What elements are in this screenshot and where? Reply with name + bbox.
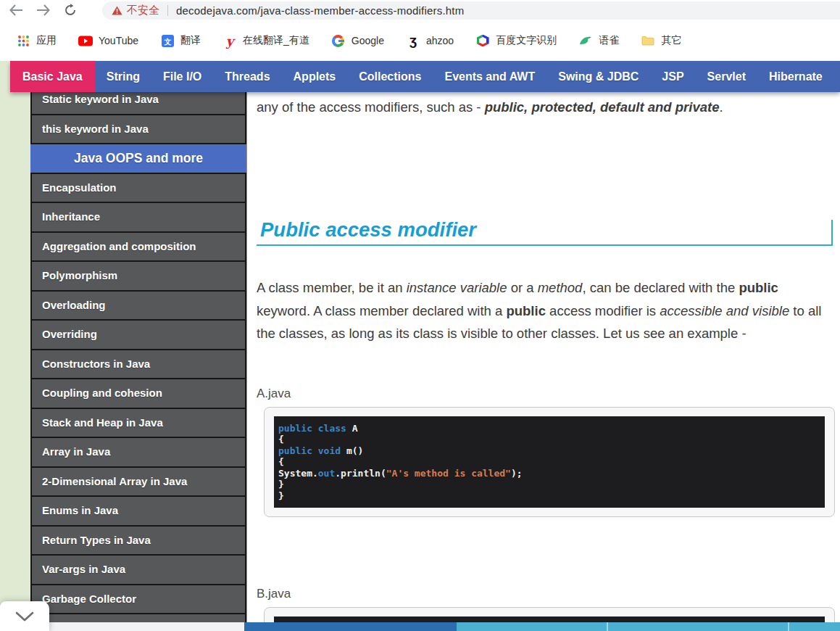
back-button[interactable] — [9, 4, 23, 16]
sidebar-item-enums-in-java[interactable]: Enums in Java — [32, 497, 245, 527]
text-segment: public — [506, 303, 545, 318]
sidebar-item-java-oops-and-more[interactable]: Java OOPS and more — [30, 144, 246, 174]
bookmark-label: 百度文字识别 — [496, 34, 557, 47]
code-line: } — [278, 479, 818, 490]
text-segment: public — [739, 280, 778, 295]
code-token: System — [278, 468, 312, 479]
site-body: Static keyword in Javathis keyword in Ja… — [0, 92, 840, 631]
code-token: } — [278, 479, 284, 490]
footer-bar-blue-segment — [244, 622, 457, 631]
code-token: "A's method is called" — [386, 468, 511, 479]
code-token: . — [335, 468, 341, 479]
nav-item-hibernate[interactable]: Hibernate — [757, 61, 834, 92]
nav-item-threads[interactable]: Threads — [213, 61, 281, 92]
sidebar: Static keyword in Javathis keyword in Ja… — [30, 92, 246, 631]
code-token: { — [278, 456, 284, 467]
text-segment: instance variable — [407, 280, 507, 295]
code-line: System.out.println("A's method is called… — [278, 468, 818, 479]
code-token: public — [278, 445, 318, 456]
text-segment: , can be declared with the — [582, 280, 739, 295]
sidebar-item-coupling-and-cohesion[interactable]: Coupling and cohesion — [32, 379, 245, 409]
text-segment: public, protected, default and private — [485, 99, 720, 115]
sidebar-item-polymorphism[interactable]: Polymorphism — [32, 262, 245, 292]
code-token: println( — [341, 468, 386, 479]
sidebar-item-stack-and-heap-in-java[interactable]: Stack and Heap in Java — [32, 409, 245, 439]
bookmark-youtube[interactable]: YouTube — [78, 34, 138, 47]
reload-icon — [64, 4, 77, 17]
nav-item-spring[interactable]: Spring — [834, 61, 840, 92]
scroll-down-button[interactable] — [0, 601, 49, 631]
code-token: public — [278, 423, 318, 434]
sidebar-item-garbage-collector[interactable]: Garbage Collector — [32, 585, 245, 615]
folder-icon — [641, 34, 655, 47]
sidebar-menu: Static keyword in Javathis keyword in Ja… — [30, 92, 246, 631]
not-secure-label: 不安全 — [127, 4, 159, 17]
body-paragraph: A class member, be it an instance variab… — [257, 276, 831, 345]
nav-item-basic-java[interactable]: Basic Java — [10, 61, 95, 92]
sidebar-item-encapsulation[interactable]: Encapsulation — [32, 174, 245, 204]
nav-item-string[interactable]: String — [95, 61, 151, 92]
bookmark-item-7[interactable]: 语雀 — [578, 34, 619, 47]
footer-bar-cyan-segment — [457, 622, 840, 631]
text-segment: method — [538, 280, 583, 295]
code-file-label: A.java — [257, 387, 840, 401]
nav-item-swing-jdbc[interactable]: Swing & JDBC — [546, 61, 650, 92]
bookmark-item-2[interactable]: 文翻译 — [160, 34, 201, 47]
nav-item-servlet[interactable]: Servlet — [696, 61, 757, 92]
forward-button[interactable] — [36, 4, 51, 16]
bookmark-label: YouTube — [99, 35, 138, 46]
sidebar-item-constructors-in-java[interactable]: Constructors in Java — [32, 350, 245, 380]
text-segment: A class member, be it an — [257, 280, 407, 295]
sidebar-item-overriding[interactable]: Overriding — [32, 321, 245, 350]
bookmark-item-8[interactable]: 其它 — [641, 34, 681, 47]
address-bar[interactable]: 不安全 decodejava.com/java-class-member-acc… — [102, 1, 840, 20]
bookmark-ahzoo[interactable]: ʒahzoo — [406, 34, 454, 47]
text-segment: accessible and visible — [660, 303, 789, 318]
nav-item-collections[interactable]: Collections — [347, 61, 433, 92]
code-line: { — [278, 456, 818, 468]
yuque-icon — [578, 34, 593, 47]
intro-paragraph-tail: any of the access modifiers, such as - p… — [257, 96, 840, 118]
sidebar-item-this-keyword-in-java[interactable]: this keyword in Java — [32, 115, 245, 145]
code-block: public class A{public void m(){System.ou… — [274, 416, 825, 508]
footer-bar-divider — [788, 622, 789, 631]
youtube-icon — [78, 34, 93, 47]
nav-item-applets[interactable]: Applets — [282, 61, 348, 92]
code-line: public void m() — [278, 445, 818, 457]
bookmark-label: 在线翻译_有道 — [243, 34, 309, 47]
code-token: A — [352, 423, 358, 434]
nav-item-file-i-o[interactable]: File I/O — [151, 61, 213, 92]
code-token: out — [318, 468, 335, 479]
forward-arrow-icon — [36, 4, 51, 16]
code-token: ); — [511, 468, 523, 479]
sidebar-item-inheritance[interactable]: Inheritance — [32, 203, 245, 233]
nav-item-events-and-awt[interactable]: Events and AWT — [433, 61, 546, 92]
code-examples: A.javapublic class A{public void m(){Sys… — [257, 387, 840, 631]
bookmark-item-6[interactable]: 百度文字识别 — [475, 34, 557, 47]
ahzoo-icon: ʒ — [406, 34, 420, 47]
sidebar-item-static-keyword-in-java[interactable]: Static keyword in Java — [32, 92, 245, 115]
sidebar-item-array-in-java[interactable]: Array in Java — [32, 438, 245, 468]
bookmark-item-0[interactable]: 应用 — [16, 34, 57, 47]
sidebar-item-overloading[interactable]: Overloading — [32, 292, 245, 321]
sidebar-item-return-types-in-java[interactable]: Return Types in Java — [32, 527, 245, 556]
sidebar-item-2-dimensional-array-in-java[interactable]: 2-Dimensional Array in Java — [32, 468, 245, 498]
text-segment: any of the access modifiers, such as - — [257, 99, 485, 115]
apps-grid-icon — [16, 34, 30, 47]
site-nav: Basic JavaStringFile I/OThreadsAppletsCo… — [10, 61, 840, 92]
code-token: m() — [346, 445, 363, 456]
reload-button[interactable] — [64, 4, 77, 17]
code-file-label: B.java — [257, 587, 840, 601]
footer-bar — [244, 622, 840, 631]
section-heading: Public access modifier — [257, 220, 833, 246]
bookmark-label: 翻译 — [180, 34, 201, 47]
sidebar-item-aggregation-and-composition[interactable]: Aggregation and composition — [32, 233, 245, 263]
nav-item-jsp[interactable]: JSP — [650, 61, 695, 92]
code-token: class — [318, 423, 352, 434]
text-segment: access modifier is — [546, 303, 660, 318]
code-token: . — [312, 468, 318, 479]
translate-icon: 文 — [160, 34, 175, 47]
bookmark-item-3[interactable]: y在线翻译_有道 — [223, 34, 309, 47]
bookmark-google[interactable]: Google — [331, 34, 384, 47]
sidebar-item-var-args-in-java[interactable]: Var-args in Java — [32, 556, 245, 585]
